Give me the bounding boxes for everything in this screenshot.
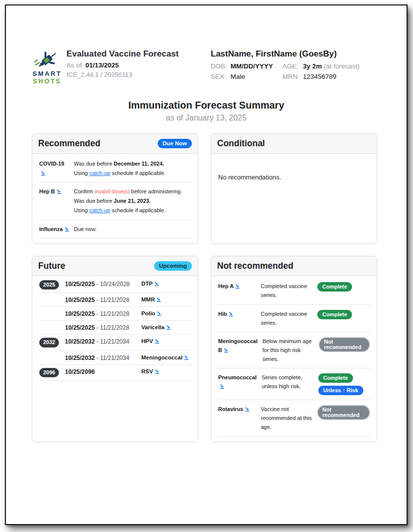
status-badge: Complete bbox=[318, 373, 353, 383]
status-badge: Complete bbox=[317, 310, 352, 319]
future-row: 10/25/2025 - 11/21/2028Polio bbox=[38, 307, 192, 321]
not-recommended-row: Meningococcal BBelow minimum age for thi… bbox=[217, 332, 371, 368]
anchor-link-icon-rsv[interactable] bbox=[155, 369, 160, 374]
recommendation-text: Confirm invalid dose(s) before administe… bbox=[74, 187, 191, 215]
recommendation-text: Was due before December 11, 2024.Using c… bbox=[74, 159, 191, 177]
card-not-recommended-title: Not recommended bbox=[217, 261, 294, 271]
catch-up-link[interactable]: catch-up bbox=[89, 207, 110, 213]
smartshots-logo: SMART SHOTS bbox=[32, 49, 62, 85]
vaccine-name: RSV bbox=[141, 368, 191, 374]
vaccine-name: Meningococcal bbox=[141, 354, 191, 360]
document-page: SMART SHOTS Evaluated Vaccine Forecast A… bbox=[5, 4, 408, 525]
date-range: 10/25/2032 - 11/21/2034 bbox=[65, 338, 138, 345]
anchor-link-icon-mmr[interactable] bbox=[156, 297, 161, 302]
anchor-link-icon-covid-19[interactable] bbox=[41, 171, 46, 176]
catch-up-link[interactable]: catch-up bbox=[89, 170, 110, 176]
card-future-title: Future bbox=[38, 261, 65, 271]
mrn-value: 123456789 bbox=[303, 73, 377, 80]
logo-word-smart: SMART bbox=[32, 70, 62, 78]
anchor-link-icon-rotavirus[interactable] bbox=[245, 407, 250, 412]
vaccine-name: Pneumococcal bbox=[218, 373, 257, 395]
sex-value: Male bbox=[231, 73, 273, 80]
due-now-badge: Due Now bbox=[158, 139, 192, 149]
reason-text: Vaccine not recommended at this age. bbox=[261, 405, 312, 431]
future-rows: 202510/25/2025 - 10/24/2028DTP10/25/2025… bbox=[32, 276, 198, 441]
status-badge: Unless ↑ Risk bbox=[318, 386, 363, 395]
reason-text: Below minimum age for this high risk ser… bbox=[262, 337, 314, 363]
vaccine-name: Varicella bbox=[141, 324, 191, 330]
card-conditional-title: Conditional bbox=[217, 138, 265, 149]
status-badge: Not recommended bbox=[319, 337, 370, 352]
engine-version: ICE_2.44.1 / 20250113 bbox=[66, 71, 179, 78]
dob-label: DOB: bbox=[211, 62, 227, 70]
not-recommended-row: PneumococcalSeries complete, unless high… bbox=[217, 368, 371, 400]
upcoming-badge: Upcoming bbox=[154, 261, 192, 271]
date-range: 10/25/2025 - 11/21/2028 bbox=[65, 310, 138, 317]
logo-word-shots: SHOTS bbox=[32, 78, 62, 85]
not-recommended-row: Hep ACompleted vaccine series.Complete bbox=[217, 277, 371, 304]
anchor-link-icon-meningococcal[interactable] bbox=[184, 355, 189, 360]
anchor-link-icon-dtp[interactable] bbox=[154, 281, 159, 286]
future-row: 10/25/2025 - 11/21/2028MMR bbox=[38, 293, 192, 307]
anchor-link-icon-hep-b[interactable] bbox=[57, 189, 61, 194]
report-title: Evaluated Vaccine Forecast bbox=[66, 49, 179, 59]
anchor-link-icon-hib[interactable] bbox=[229, 311, 234, 316]
vaccine-name: Hib bbox=[218, 309, 256, 327]
card-recommended: Recommended Due Now COVID-19Was due befo… bbox=[32, 133, 198, 244]
anchor-link-icon-hpv[interactable] bbox=[155, 339, 160, 344]
date-range: 10/25/2025 - 11/21/2028 bbox=[65, 324, 138, 331]
anchor-link-icon-varicella[interactable] bbox=[166, 325, 171, 330]
recommended-row: Hep BConfirm invalid dose(s) before admi… bbox=[38, 182, 192, 220]
recommended-row: COVID-19Was due before December 11, 2024… bbox=[38, 155, 192, 182]
card-not-recommended: Not recommended Hep ACompleted vaccine s… bbox=[211, 256, 377, 442]
future-row: 10/25/2025 - 11/21/2028Varicella bbox=[38, 321, 192, 335]
not-recommended-row: RotavirusVaccine not recommended at this… bbox=[217, 400, 371, 436]
invalid-dose-warning: invalid dose(s) bbox=[95, 188, 130, 194]
year-pill: 2096 bbox=[39, 368, 59, 377]
dob-value: MM/DD/YYYY bbox=[231, 62, 273, 70]
recommendation-text: Due now. bbox=[74, 225, 191, 234]
mrn-label: MRN: bbox=[283, 73, 300, 80]
recommended-row: InfluenzaDue now. bbox=[38, 220, 192, 239]
vaccine-name: Polio bbox=[141, 310, 191, 316]
not-recommended-rows: Hep ACompleted vaccine series.CompleteHi… bbox=[211, 276, 377, 441]
cards-grid: Recommended Due Now COVID-19Was due befo… bbox=[6, 122, 407, 442]
future-row: 209610/25/2096RSV bbox=[38, 365, 192, 381]
status-badge: Complete bbox=[317, 282, 352, 292]
vaccine-name: Meningococcal B bbox=[218, 337, 257, 363]
age-note: (at forecast) bbox=[324, 62, 359, 70]
anchor-link-icon-influenza[interactable] bbox=[64, 227, 69, 232]
conditional-empty-text: No recommendations. bbox=[218, 174, 370, 181]
vaccine-name: MMR bbox=[141, 296, 191, 302]
date-range: 10/25/2025 - 10/24/2028 bbox=[65, 280, 138, 288]
anchor-link-icon-meningococcal-b[interactable] bbox=[224, 348, 229, 353]
date-range: 10/25/2025 - 11/21/2028 bbox=[65, 296, 138, 303]
vaccine-name: Hep A bbox=[218, 282, 256, 299]
age-label: AGE: bbox=[283, 62, 300, 70]
page-title: Immunization Forecast Summary bbox=[6, 100, 407, 111]
reason-text: Completed vaccine series. bbox=[261, 282, 312, 299]
vaccine-name: Influenza bbox=[39, 225, 70, 234]
vaccine-name: HPV bbox=[141, 338, 191, 344]
future-row: 203210/25/2032 - 11/21/2034HPV bbox=[38, 335, 192, 351]
year-pill: 2032 bbox=[39, 338, 59, 347]
anchor-link-icon-polio[interactable] bbox=[157, 311, 162, 316]
sex-label: SEX: bbox=[211, 73, 227, 80]
card-future: Future Upcoming 202510/25/2025 - 10/24/2… bbox=[32, 256, 198, 442]
anchor-link-icon-pneumococcal[interactable] bbox=[220, 384, 225, 389]
recommended-rows: COVID-19Was due before December 11, 2024… bbox=[32, 154, 198, 243]
report-header: SMART SHOTS Evaluated Vaccine Forecast A… bbox=[6, 5, 407, 85]
reason-text: Completed vaccine series. bbox=[261, 309, 312, 327]
future-row: 10/25/2032 - 11/21/2034Meningococcal bbox=[38, 351, 192, 365]
vaccine-name: COVID-19 bbox=[39, 159, 70, 177]
not-recommended-row: HibCompleted vaccine series.Complete bbox=[217, 305, 371, 332]
vaccine-name: Rotavirus bbox=[218, 405, 256, 431]
reason-text: Series complete, unless high risk. bbox=[262, 373, 313, 395]
future-row: 202510/25/2025 - 10/24/2028DTP bbox=[38, 277, 192, 293]
date-range: 10/25/2032 - 11/21/2034 bbox=[65, 354, 138, 361]
anchor-link-icon-hep-a[interactable] bbox=[235, 284, 240, 289]
age-value: 3y 2m (at forecast) bbox=[303, 62, 377, 70]
syringe-rocket-icon bbox=[33, 49, 61, 70]
status-badge: Not recommended bbox=[317, 405, 370, 420]
patient-name: LastName, FirstName (GoesBy) bbox=[211, 49, 377, 59]
